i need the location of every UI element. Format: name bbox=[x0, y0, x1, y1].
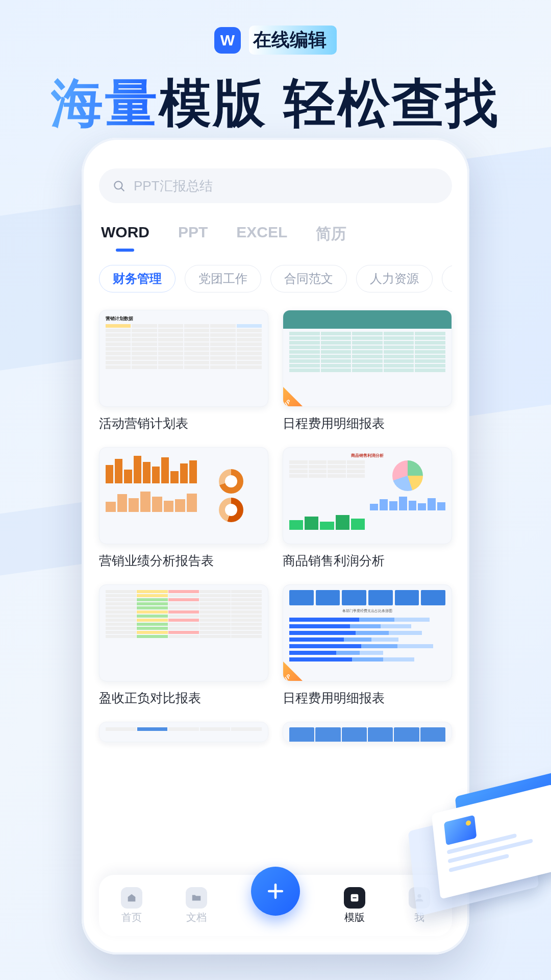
template-title: 盈收正负对比报表 bbox=[99, 690, 268, 706]
nav-profile[interactable]: 我 bbox=[409, 887, 430, 924]
template-title: 活动营销计划表 bbox=[99, 415, 268, 432]
tab-excel[interactable]: EXCEL bbox=[236, 224, 287, 252]
category-chips: 财务管理 党团工作 合同范文 人力资源 校 bbox=[99, 265, 452, 292]
template-thumb bbox=[283, 722, 452, 742]
template-title: 日程费用明细报表 bbox=[283, 415, 452, 432]
template-grid: 营销计划数据 活动营销计划表 bbox=[99, 310, 452, 742]
hero-part2: 模版 轻松查找 bbox=[159, 74, 500, 132]
tab-word[interactable]: WORD bbox=[101, 224, 149, 252]
bottom-nav: 首页 文档 模版 我 bbox=[99, 875, 452, 936]
template-card[interactable]: 盈收正负对比报表 bbox=[99, 584, 268, 706]
template-icon bbox=[344, 887, 365, 909]
template-card[interactable]: VIP 日程费用明细报表 bbox=[283, 310, 452, 432]
template-thumb: 营销计划数据 bbox=[99, 310, 268, 407]
template-title: 商品销售利润分析 bbox=[283, 552, 452, 569]
chip-contract[interactable]: 合同范文 bbox=[270, 265, 347, 292]
template-card[interactable]: 各部门季度经费支出占比条形图 VIP 日程费用明细报表 bbox=[283, 584, 452, 706]
nav-label: 模版 bbox=[344, 911, 365, 924]
search-icon bbox=[112, 179, 126, 192]
hero-title: 海量模版 轻松查找 bbox=[0, 69, 551, 139]
search-bar[interactable] bbox=[99, 168, 452, 203]
template-thumb bbox=[99, 447, 268, 544]
vip-badge-icon: VIP bbox=[283, 662, 303, 681]
chip-finance[interactable]: 财务管理 bbox=[99, 265, 176, 292]
template-title: 日程费用明细报表 bbox=[283, 690, 452, 706]
nav-templates[interactable]: 模版 bbox=[344, 887, 365, 924]
phone-frame: WORD PPT EXCEL 简历 财务管理 党团工作 合同范文 人力资源 校 … bbox=[82, 138, 469, 954]
template-card[interactable] bbox=[283, 722, 452, 742]
template-card[interactable]: 营销业绩分析报告表 bbox=[99, 447, 268, 569]
home-icon bbox=[121, 887, 142, 909]
preview-heading: 各部门季度经费支出占比条形图 bbox=[289, 608, 445, 614]
template-title: 营销业绩分析报告表 bbox=[99, 552, 268, 569]
preview-heading: 营销计划数据 bbox=[106, 315, 262, 322]
template-card[interactable] bbox=[99, 722, 268, 742]
nav-label: 首页 bbox=[121, 911, 142, 924]
nav-label: 文档 bbox=[186, 911, 207, 924]
nav-home[interactable]: 首页 bbox=[121, 887, 142, 924]
preview-heading: 商品销售利润分析 bbox=[289, 453, 445, 458]
template-thumb: VIP bbox=[283, 310, 452, 407]
folder-icon bbox=[186, 887, 207, 909]
chip-hr[interactable]: 人力资源 bbox=[356, 265, 433, 292]
main-tabs: WORD PPT EXCEL 简历 bbox=[101, 224, 450, 252]
template-card[interactable]: 商品销售利润分析 商品销售利润分析 bbox=[283, 447, 452, 569]
hero-part1: 海量 bbox=[51, 74, 159, 132]
search-input[interactable] bbox=[134, 178, 439, 194]
tab-resume[interactable]: 简历 bbox=[316, 224, 346, 252]
svg-rect-5 bbox=[353, 897, 356, 898]
user-icon bbox=[409, 887, 430, 909]
template-thumb: 各部门季度经费支出占比条形图 VIP bbox=[283, 584, 452, 681]
chip-more[interactable]: 校 bbox=[442, 265, 452, 292]
tab-ppt[interactable]: PPT bbox=[178, 224, 208, 252]
nav-label: 我 bbox=[414, 911, 424, 924]
plus-icon bbox=[264, 880, 287, 902]
template-thumb bbox=[99, 722, 268, 742]
template-card[interactable]: 营销计划数据 活动营销计划表 bbox=[99, 310, 268, 432]
fab-add-button[interactable] bbox=[251, 867, 300, 916]
svg-line-1 bbox=[121, 188, 123, 190]
svg-point-6 bbox=[418, 894, 421, 897]
app-tagline: 在线编辑 bbox=[249, 26, 337, 55]
app-logo-letter: W bbox=[220, 32, 235, 49]
chip-party[interactable]: 党团工作 bbox=[185, 265, 261, 292]
template-thumb: 商品销售利润分析 bbox=[283, 447, 452, 544]
app-logo-icon: W bbox=[214, 27, 241, 54]
nav-docs[interactable]: 文档 bbox=[186, 887, 207, 924]
template-thumb bbox=[99, 584, 268, 681]
